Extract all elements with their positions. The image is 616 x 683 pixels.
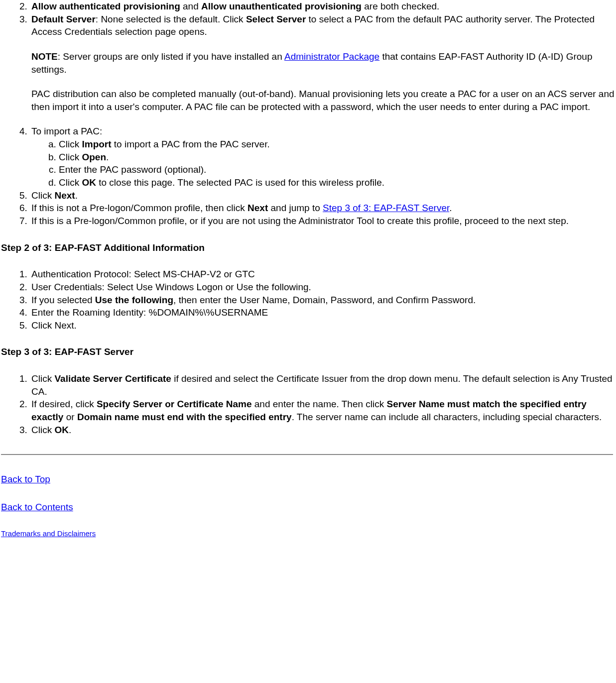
list-item: Click Import to import a PAC from the PA… <box>59 138 616 151</box>
text: to close this page. The selected PAC is … <box>96 177 384 188</box>
text: : None selected is the default. Click <box>96 14 246 24</box>
ordered-list-1: Allow authenticated provisioning and All… <box>0 0 616 228</box>
ordered-sublist: Click Import to import a PAC from the PA… <box>31 138 616 189</box>
paragraph: PAC distribution can also be completed m… <box>31 88 616 113</box>
list-item: Click Next. <box>30 319 616 332</box>
list-item: Default Server: None selected is the def… <box>30 13 616 114</box>
list-item: To import a PAC: Click Import to import … <box>30 125 616 189</box>
note-block: NOTE: Server groups are only listed if y… <box>31 50 616 76</box>
back-to-top-link[interactable]: Back to Top <box>1 474 50 484</box>
list-item: User Credentials: Select Use Windows Log… <box>30 281 616 294</box>
text: Click <box>31 190 54 201</box>
text: . The server name can include all charac… <box>292 412 602 422</box>
document-page: Allow authenticated provisioning and All… <box>0 0 616 539</box>
text: and <box>180 1 201 11</box>
text-bold: Select Server <box>246 14 306 24</box>
text: Click <box>59 152 82 162</box>
trademarks-link[interactable]: Trademarks and Disclaimers <box>1 529 96 538</box>
horizontal-rule <box>1 454 613 455</box>
list-item: Enter the Roaming Identity: %DOMAIN%\%US… <box>30 306 616 319</box>
text: PAC distribution can also be completed m… <box>31 89 615 112</box>
step2-heading: Step 2 of 3: EAP-FAST Additional Informa… <box>1 241 616 254</box>
text: If this is not a Pre-logon/Common profil… <box>31 203 247 213</box>
list-item: Authentication Protocol: Select MS-CHAP-… <box>30 268 616 281</box>
list-item: Enter the PAC password (optional). <box>59 163 616 176</box>
text: Click <box>31 425 54 435</box>
note-label: NOTE <box>31 51 58 62</box>
text: To import a PAC: <box>31 126 102 136</box>
text: . <box>69 425 71 435</box>
text-bold: Specify Server or Certificate Name <box>97 399 252 409</box>
list-item: Allow authenticated provisioning and All… <box>30 0 616 13</box>
list-item: If desired, click Specify Server or Cert… <box>30 398 616 423</box>
text: Enter the PAC password (optional). <box>59 164 206 175</box>
text: . <box>106 152 109 162</box>
text: or <box>63 412 77 422</box>
text: Click <box>59 139 82 149</box>
text: If desired, click <box>31 399 97 409</box>
list-item: Click Next. <box>30 189 616 202</box>
text: Enter the Roaming Identity: %DOMAIN%\%US… <box>31 307 268 318</box>
text-bold: Next <box>247 203 268 213</box>
text: and jump to <box>268 203 323 213</box>
text-bold: Next <box>54 190 75 201</box>
text-bold: Open <box>82 152 106 162</box>
text-bold: OK <box>82 177 96 188</box>
list-item: If you selected Use the following, then … <box>30 294 616 307</box>
text: If you selected <box>31 295 95 305</box>
footer-small: Trademarks and Disclaimers <box>1 529 616 539</box>
text: , then enter the User Name, Domain, Pass… <box>173 295 476 305</box>
step3-heading: Step 3 of 3: EAP-FAST Server <box>1 345 616 358</box>
ordered-list-3: Click Validate Server Certificate if des… <box>0 372 616 436</box>
admin-package-link[interactable]: Administrator Package <box>284 51 379 62</box>
text: User Credentials: Select Use Windows Log… <box>31 282 311 292</box>
text: Click Next. <box>31 320 77 331</box>
list-item: Click Open. <box>59 151 616 164</box>
text: Authentication Protocol: Select MS-CHAP-… <box>31 269 255 279</box>
text-bold: Allow authenticated provisioning <box>31 1 180 11</box>
text-bold: Allow unauthenticated provisioning <box>201 1 362 11</box>
ordered-list-2: Authentication Protocol: Select MS-CHAP-… <box>0 268 616 332</box>
text-bold: Import <box>82 139 111 149</box>
text: If this is a Pre-logon/Common profile, o… <box>31 216 569 226</box>
text: . <box>449 203 452 213</box>
list-item: Click Validate Server Certificate if des… <box>30 372 616 398</box>
text: . <box>75 190 78 201</box>
list-item: If this is a Pre-logon/Common profile, o… <box>30 215 616 228</box>
text: : Server groups are only listed if you h… <box>58 51 284 62</box>
text: are both checked. <box>362 1 439 11</box>
list-item: Click OK to close this page. The selecte… <box>59 176 616 189</box>
text-bold: Domain name must end with the specified … <box>77 412 292 422</box>
text-bold: Default Server <box>31 14 96 24</box>
text: and enter the name. Then click <box>251 399 386 409</box>
text: Click <box>31 373 54 384</box>
list-item: Click OK. <box>30 424 616 437</box>
text-bold: Validate Server Certificate <box>54 373 171 384</box>
back-to-contents-link[interactable]: Back to Contents <box>1 502 73 512</box>
text-bold: Use the following <box>95 295 173 305</box>
footer-links: Back to Top Back to Contents <box>1 473 616 513</box>
step3-link[interactable]: Step 3 of 3: EAP-FAST Server <box>323 203 449 213</box>
text-bold: OK <box>54 425 69 435</box>
text: to import a PAC from the PAC server. <box>112 139 270 149</box>
list-item: If this is not a Pre-logon/Common profil… <box>30 202 616 215</box>
text: Click <box>59 177 82 188</box>
